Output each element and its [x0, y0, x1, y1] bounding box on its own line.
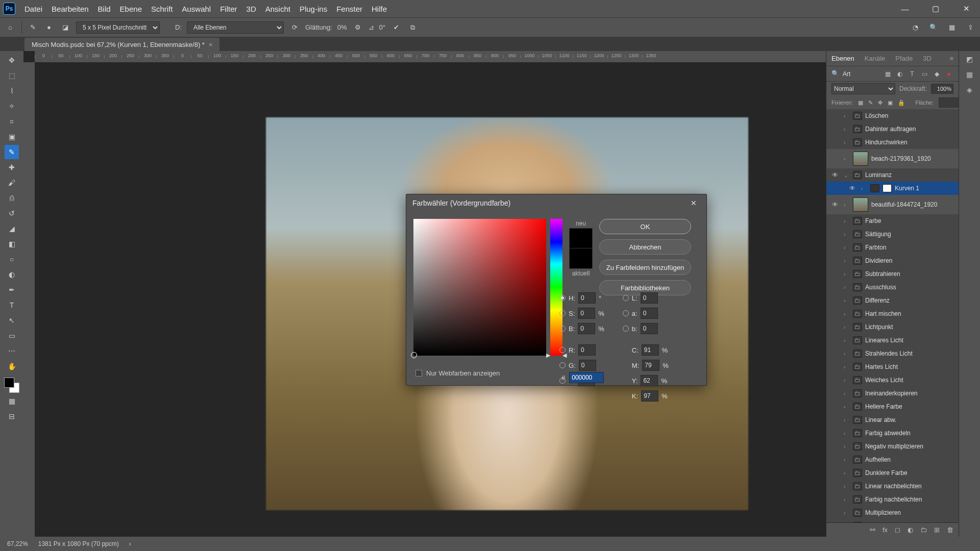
panel-menu-icon[interactable]: ≡	[949, 55, 953, 62]
hand-tool[interactable]: ✋	[5, 359, 19, 373]
layer-row[interactable]: ›🗀Dahinter auftragen	[826, 122, 959, 136]
menu-fenster[interactable]: Fenster	[336, 5, 362, 13]
menu-ebene[interactable]: Ebene	[120, 5, 142, 13]
foreground-color-swatch[interactable]	[4, 378, 14, 388]
filter-smart-icon[interactable]: ◆	[932, 70, 941, 78]
home-icon[interactable]: ⌂	[4, 21, 16, 34]
wand-tool[interactable]: ✧	[5, 99, 19, 113]
smoothing-value[interactable]: 0%	[337, 23, 347, 31]
ok-button[interactable]: OK	[599, 219, 691, 234]
expand-icon[interactable]: ›	[844, 431, 850, 436]
layer-row[interactable]: ›🗀Differenz	[826, 294, 959, 307]
filter-type-icon[interactable]: T	[908, 70, 917, 78]
layer-row[interactable]: ›🗀Hellere Farbe	[826, 400, 959, 413]
dodge-tool[interactable]: ◐	[5, 267, 19, 282]
sample-size-select[interactable]: 5 x 5 Pixel Durchschnitt	[76, 21, 160, 34]
frame-tool[interactable]: ▣	[5, 130, 19, 144]
expand-icon[interactable]: ›	[844, 510, 850, 516]
eraser-tool[interactable]: ◢	[5, 221, 19, 236]
quickmask-tool[interactable]: ▦	[5, 394, 19, 408]
close-window-button[interactable]: ✕	[955, 2, 977, 16]
gradient-tool[interactable]: ◧	[5, 237, 19, 251]
expand-icon[interactable]: ›	[844, 470, 850, 476]
lock-paint-icon[interactable]: ✎	[868, 99, 873, 106]
layer-row[interactable]: ›🗀Hindurchwirken	[826, 136, 959, 149]
filter-shape-icon[interactable]: ▭	[920, 70, 929, 78]
close-tab-icon[interactable]: ×	[209, 41, 213, 48]
expand-icon[interactable]: ›	[844, 364, 850, 370]
lb-input[interactable]	[641, 323, 658, 334]
dialog-close-icon[interactable]: ✕	[687, 196, 700, 210]
expand-icon[interactable]: ›	[844, 113, 850, 119]
layer-row[interactable]: ›🗀Hartes Licht	[826, 360, 959, 373]
expand-icon[interactable]: ›	[844, 484, 850, 489]
expand-icon[interactable]: ›	[844, 245, 850, 251]
visibility-icon[interactable]: 👁	[829, 171, 841, 179]
adjustment-layer-icon[interactable]: ◐	[908, 526, 913, 534]
radio-r[interactable]	[559, 347, 566, 353]
menu-hilfe[interactable]: Hilfe	[372, 5, 387, 13]
visibility-icon[interactable]: 👁	[829, 201, 841, 208]
zoom-level[interactable]: 67,22%	[7, 540, 28, 547]
radio-g[interactable]	[559, 362, 566, 368]
hex-input[interactable]	[569, 372, 604, 383]
menu-bearbeiten[interactable]: Bearbeiten	[52, 5, 89, 13]
blur-tool[interactable]: ○	[5, 252, 19, 266]
lasso-tool[interactable]: ⌇	[5, 84, 19, 98]
pressure-icon[interactable]: ✔	[390, 22, 402, 33]
layer-row[interactable]: ›🗀Strahlendes Licht	[826, 347, 959, 360]
expand-icon[interactable]: ›	[844, 285, 850, 290]
screenmode-tool[interactable]: ⊟	[5, 409, 19, 423]
expand-icon[interactable]: ›	[844, 218, 850, 224]
cloud-icon[interactable]: ◔	[910, 22, 921, 33]
layer-list[interactable]: ›🗀Löschen›🗀Dahinter auftragen›🗀Hindurchw…	[826, 109, 959, 522]
layer-row[interactable]: ›🗀Subtrahieren	[826, 267, 959, 281]
radio-a[interactable]	[623, 310, 629, 316]
brush-tool[interactable]: 🖌	[5, 176, 19, 190]
expand-icon[interactable]: ›	[844, 140, 850, 145]
expand-icon[interactable]: ›	[844, 351, 850, 357]
sample-ring-icon[interactable]: ◪	[60, 22, 71, 33]
add-swatch-button[interactable]: Zu Farbfeldern hinzufügen	[599, 260, 691, 275]
type-tool[interactable]: T	[5, 298, 19, 312]
maximize-button[interactable]: ▢	[925, 2, 946, 16]
status-more-icon[interactable]: ›	[129, 540, 131, 547]
k-input[interactable]	[641, 390, 658, 402]
layer-mask-icon[interactable]: ◻	[895, 526, 900, 534]
tab-kanaele[interactable]: Kanäle	[865, 55, 885, 62]
layer-row[interactable]: ›🗀Farbe	[826, 214, 959, 228]
layer-style-icon[interactable]: fx	[883, 526, 888, 534]
visibility-icon[interactable]: 👁	[847, 185, 858, 192]
lock-artboard-icon[interactable]: ▣	[888, 99, 893, 106]
l-input[interactable]	[641, 292, 658, 304]
m-input[interactable]	[642, 360, 659, 371]
link-layers-icon[interactable]: ⚯	[870, 526, 875, 534]
layer-row[interactable]: ›🗀Ineinanderkopieren	[826, 387, 959, 400]
layer-group-icon[interactable]: 🗀	[920, 526, 927, 534]
expand-icon[interactable]: ›	[844, 417, 850, 423]
menu-bild[interactable]: Bild	[98, 5, 111, 13]
sv-cursor[interactable]	[411, 352, 417, 358]
menu-ansicht[interactable]: Ansicht	[265, 5, 290, 13]
delete-layer-icon[interactable]: 🗑	[947, 526, 953, 534]
lock-position-icon[interactable]: ✥	[878, 99, 883, 106]
expand-icon[interactable]: ›	[844, 258, 850, 264]
brush-preset-icon[interactable]: ●	[43, 22, 55, 33]
expand-icon[interactable]: ›	[844, 232, 850, 237]
expand-icon[interactable]: ›	[844, 324, 850, 330]
minimize-button[interactable]: —	[894, 2, 916, 16]
expand-icon[interactable]: ›	[844, 378, 850, 383]
color-swatches[interactable]	[4, 378, 19, 393]
options-icon[interactable]: ⟳	[289, 22, 300, 33]
blend-mode-select[interactable]: Normal	[831, 83, 895, 94]
layer-row[interactable]: ›🗀Farbig nachbelichten	[826, 493, 959, 506]
symmetry-icon[interactable]: ⧉	[407, 22, 418, 33]
current-color-swatch[interactable]	[569, 248, 593, 269]
cancel-button[interactable]: Abbrechen	[599, 239, 691, 255]
s-input[interactable]	[578, 308, 595, 319]
menu-auswahl[interactable]: Auswahl	[182, 5, 211, 13]
history-brush-tool[interactable]: ↺	[5, 206, 19, 220]
new-layer-icon[interactable]: ⊞	[934, 526, 940, 534]
radio-h[interactable]	[559, 295, 566, 301]
layer-row[interactable]: ›🗀Lineares Licht	[826, 334, 959, 347]
